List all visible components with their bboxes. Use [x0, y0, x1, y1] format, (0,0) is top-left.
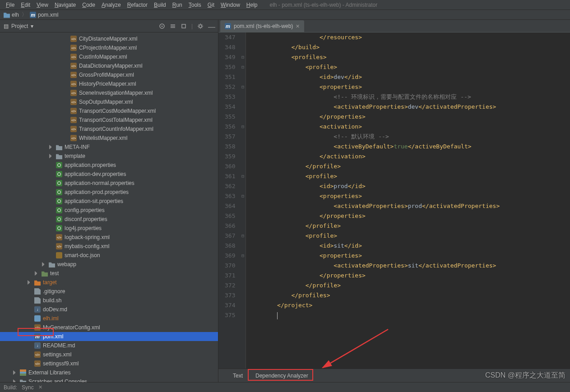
menu-view[interactable]: View: [33, 0, 51, 9]
expand-arrow-icon[interactable]: [42, 262, 46, 267]
tree-item[interactable]: Scratches and Consoles: [0, 377, 218, 382]
tree-item[interactable]: ↓README.md: [0, 341, 218, 350]
file-icon: [34, 288, 41, 295]
expand-all-icon[interactable]: [170, 23, 176, 29]
xml-file-icon: </>: [70, 135, 77, 141]
menu-analyze[interactable]: Analyze: [98, 0, 124, 9]
tree-item[interactable]: </>logback-spring.xml: [0, 233, 218, 242]
tree-item[interactable]: test: [0, 269, 218, 278]
editor-body[interactable]: 3473483493503513523533543553563573583593…: [218, 32, 570, 369]
expand-arrow-icon[interactable]: [49, 145, 54, 149]
tree-item-label: CustInfoMapper.xml: [79, 54, 127, 60]
tree-item[interactable]: mpom.xml: [0, 332, 218, 341]
breadcrumb-root[interactable]: elh: [2, 12, 21, 18]
editor-bottom-tab-dependency-analyzer[interactable]: Dependency Analyzer: [249, 370, 315, 381]
collapse-all-icon[interactable]: [181, 23, 187, 29]
editor-tab-pom[interactable]: m pom.xml (ts-els-elh-web) ✕: [220, 20, 304, 32]
gear-icon[interactable]: [197, 23, 204, 29]
xml-file-icon: </>: [56, 243, 62, 249]
expand-arrow-icon[interactable]: [35, 271, 39, 276]
tree-item[interactable]: ↓doDev.md: [0, 305, 218, 314]
tree-item[interactable]: webapp: [0, 260, 218, 269]
tree-item[interactable]: config.properties: [0, 206, 218, 215]
editor-bottom-tab-text[interactable]: Text: [227, 370, 249, 381]
folder-icon: [4, 12, 10, 18]
tree-item[interactable]: </>CityDistanceMapper.xml: [0, 34, 218, 43]
tree-item[interactable]: </>MyGeneratorConfig.xml: [0, 323, 218, 332]
tree-item[interactable]: log4j.properties: [0, 224, 218, 233]
folder-icon: [49, 261, 55, 267]
tree-item[interactable]: application-dev.properties: [0, 170, 218, 179]
tree-item[interactable]: smart-doc.json: [0, 251, 218, 260]
xml-file-icon: </>: [70, 72, 77, 78]
editor-code[interactable]: </resources> </build> <profiles> <profil…: [246, 32, 570, 369]
tree-item[interactable]: </>SceneInvestigationMapper.xml: [0, 88, 218, 97]
menu-refactor[interactable]: Refactor: [124, 0, 151, 9]
tree-item-label: .gitignore: [43, 288, 65, 295]
expand-arrow-icon[interactable]: [13, 379, 18, 382]
tree-item[interactable]: META-INF: [0, 143, 218, 152]
expand-arrow-icon[interactable]: [28, 280, 32, 285]
tree-item[interactable]: application-prod.properties: [0, 188, 218, 197]
tree-item-label: settingssf9.xml: [43, 360, 79, 367]
menu-tools[interactable]: Tools: [185, 0, 204, 9]
tree-item[interactable]: elh.iml: [0, 314, 218, 323]
expand-arrow-icon[interactable]: [13, 370, 18, 375]
tree-item-label: settings.xml: [43, 351, 71, 358]
tree-item[interactable]: </>settings.xml: [0, 350, 218, 359]
xml-file-icon: </>: [70, 126, 77, 132]
tree-item[interactable]: </>DataDictionaryMapper.xml: [0, 61, 218, 70]
menu-navigate[interactable]: Navigate: [51, 0, 79, 9]
breadcrumb-file[interactable]: m pom.xml: [28, 12, 60, 18]
close-icon[interactable]: ✕: [296, 23, 300, 29]
menu-help[interactable]: Help: [243, 0, 261, 9]
tree-item-label: disconf.properties: [65, 216, 107, 222]
close-icon[interactable]: ✕: [38, 384, 42, 390]
tree-item[interactable]: </>GrossProfitMapper.xml: [0, 70, 218, 79]
tree-item[interactable]: </>CProjectInfoMapper.xml: [0, 43, 218, 52]
tree-item[interactable]: build.sh: [0, 296, 218, 305]
properties-file-icon: [56, 225, 62, 231]
tree-item-label: MyGeneratorConfig.xml: [43, 324, 100, 331]
tree-item[interactable]: </>settingssf9.xml: [0, 359, 218, 368]
menu-window[interactable]: Window: [218, 0, 243, 9]
tree-item[interactable]: External Libraries: [0, 368, 218, 377]
menu-build[interactable]: Build: [151, 0, 169, 9]
folder-icon: [34, 279, 41, 286]
project-tree[interactable]: </>CityDistanceMapper.xml</>CProjectInfo…: [0, 32, 218, 382]
select-opened-file-icon[interactable]: [159, 23, 165, 29]
tree-item-label: TransportCountInfoMapper.xml: [79, 126, 153, 132]
properties-file-icon: [56, 207, 62, 213]
tree-item[interactable]: </>SopOutputMapper.xml: [0, 97, 218, 106]
panel-divider: |: [191, 23, 193, 29]
build-tool-window-bar[interactable]: Build: Sync ✕: [0, 382, 570, 392]
tree-item-label: application.properties: [65, 162, 116, 168]
tree-item[interactable]: application-sit.properties: [0, 197, 218, 206]
expand-arrow-icon[interactable]: [49, 154, 54, 158]
menu-run[interactable]: Run: [169, 0, 185, 9]
tree-item[interactable]: </>WhitelistMapper.xml: [0, 134, 218, 143]
project-panel: ▤ Project ▾ | — </>Cit: [0, 20, 218, 382]
tree-item[interactable]: </>HistoryPriceMapper.xml: [0, 79, 218, 88]
tree-item[interactable]: </>CustInfoMapper.xml: [0, 52, 218, 61]
menu-file[interactable]: File: [3, 0, 18, 9]
tree-item-label: GrossProfitMapper.xml: [79, 72, 134, 78]
properties-file-icon: [56, 198, 62, 204]
tree-item[interactable]: </>mybatis-config.xml: [0, 242, 218, 251]
menu-edit[interactable]: Edit: [18, 0, 33, 9]
tree-item[interactable]: application.properties: [0, 161, 218, 170]
dropdown-icon[interactable]: ▾: [31, 23, 33, 29]
menu-code[interactable]: Code: [79, 0, 98, 9]
xml-file-icon: </>: [70, 36, 77, 42]
tree-item[interactable]: template: [0, 152, 218, 161]
tree-item[interactable]: </>TransportCountInfoMapper.xml: [0, 125, 218, 134]
tree-item[interactable]: disconf.properties: [0, 215, 218, 224]
tree-item[interactable]: application-normal.properties: [0, 179, 218, 188]
tree-item-label: elh.iml: [43, 315, 59, 322]
tree-item[interactable]: </>TransportCostModelMapper.xml: [0, 106, 218, 115]
menu-git[interactable]: Git: [204, 0, 218, 9]
hide-panel-icon[interactable]: —: [208, 23, 214, 29]
tree-item[interactable]: </>TransportCostTotalMapper.xml: [0, 115, 218, 125]
tree-item[interactable]: .gitignore: [0, 287, 218, 296]
tree-item[interactable]: target: [0, 278, 218, 287]
